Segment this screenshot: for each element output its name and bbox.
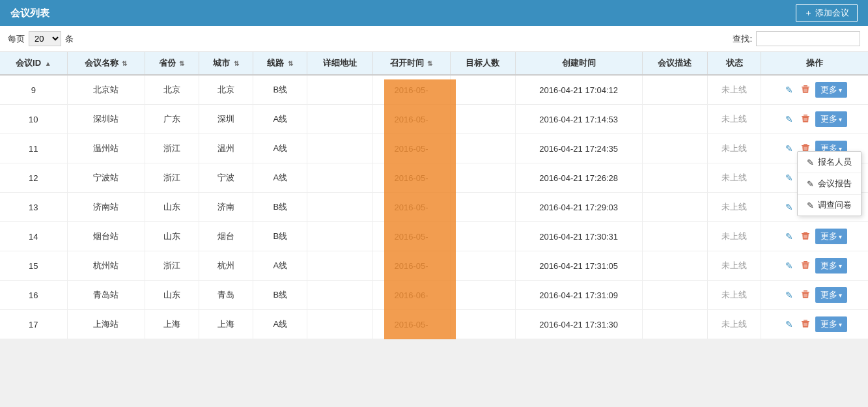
- cell-id: 15: [0, 251, 67, 281]
- svg-rect-0: [802, 87, 809, 87]
- table-row: 9北京站北京北京B线2016-05-2016-04-21 17:04:12未上线…: [0, 75, 868, 105]
- delete-button[interactable]: [798, 83, 813, 97]
- cell-target: [450, 281, 515, 310]
- delete-button[interactable]: [798, 288, 813, 302]
- cell-target: [450, 310, 515, 339]
- page-title: 会议列表: [10, 7, 49, 20]
- cell-id: 10: [0, 105, 67, 134]
- cell-action: ✎ 更多 ▾: [761, 310, 868, 339]
- cell-name: 上海站: [67, 310, 145, 339]
- cell-status: 未上线: [707, 105, 761, 134]
- edit-button[interactable]: ✎: [783, 142, 796, 155]
- cell-status: 未上线: [707, 251, 761, 281]
- cell-target: [450, 163, 515, 193]
- more-button[interactable]: 更多 ▾: [815, 111, 847, 127]
- col-line[interactable]: 线路 ⇅: [253, 52, 307, 75]
- cell-name: 北京站: [67, 75, 145, 105]
- status-badge: 未上线: [721, 143, 747, 153]
- col-target: 目标人数: [450, 52, 515, 75]
- cell-open_time: 2016-05-: [372, 75, 450, 105]
- cell-description: [642, 75, 707, 105]
- cell-action: ✎ 更多 ▾: [761, 105, 868, 134]
- cell-create_time: 2016-04-21 17:26:28: [515, 163, 642, 193]
- more-button[interactable]: 更多 ▾: [815, 229, 847, 244]
- add-meeting-button[interactable]: ＋ 添加会议: [796, 4, 858, 22]
- more-button[interactable]: 更多 ▾: [815, 258, 847, 274]
- cell-address: [307, 134, 372, 163]
- svg-rect-6: [804, 115, 807, 116]
- cell-city: 深圳: [199, 105, 253, 134]
- cell-description: [642, 193, 707, 222]
- edit-button[interactable]: ✎: [783, 288, 796, 302]
- cell-open_time: 2016-05-: [372, 134, 450, 163]
- dropdown-item-register[interactable]: ✎ 报名人员: [798, 152, 861, 173]
- edit-button[interactable]: ✎: [783, 113, 796, 126]
- chevron-down-icon: ▾: [839, 116, 842, 123]
- cell-target: [450, 75, 515, 105]
- cell-address: [307, 251, 372, 281]
- cell-id: 17: [0, 310, 67, 339]
- delete-button[interactable]: [798, 113, 813, 126]
- cell-city: 宁波: [199, 163, 253, 193]
- more-button[interactable]: 更多 ▾: [815, 316, 847, 332]
- chevron-down-icon: ▾: [839, 87, 842, 94]
- delete-button[interactable]: [798, 318, 813, 331]
- col-city[interactable]: 城市 ⇅: [199, 52, 253, 75]
- more-dropdown-menu: ✎ 报名人员 ✎ 会议报告 ✎ 调查问卷: [797, 151, 861, 216]
- cell-line: A线: [253, 251, 307, 281]
- edit-button[interactable]: ✎: [783, 230, 796, 243]
- cell-city: 青岛: [199, 281, 253, 310]
- cell-province: 浙江: [145, 163, 199, 193]
- cell-description: [642, 281, 707, 310]
- cell-name: 温州站: [67, 134, 145, 163]
- edit-button[interactable]: ✎: [783, 259, 796, 272]
- cell-address: [307, 163, 372, 193]
- search-input[interactable]: [756, 31, 860, 46]
- cell-description: [642, 222, 707, 251]
- edit-button[interactable]: ✎: [783, 318, 796, 331]
- more-button[interactable]: 更多 ▾: [815, 82, 847, 98]
- col-id[interactable]: 会议ID ▲: [0, 52, 67, 75]
- col-create-time: 创建时间: [515, 52, 642, 75]
- edit-button[interactable]: ✎: [783, 201, 796, 214]
- cell-status: 未上线: [707, 281, 761, 310]
- chevron-down-icon: ▾: [839, 233, 842, 240]
- delete-button[interactable]: [798, 259, 813, 273]
- cell-description: [642, 251, 707, 281]
- dropdown-item-survey[interactable]: ✎ 调查问卷: [798, 194, 861, 216]
- cell-province: 山东: [145, 193, 199, 222]
- cell-province: 山东: [145, 222, 199, 251]
- cell-address: [307, 105, 372, 134]
- edit-button[interactable]: ✎: [783, 171, 796, 184]
- cell-target: [450, 222, 515, 251]
- table-row: 15杭州站浙江杭州A线2016-05-2016-04-21 17:31:05未上…: [0, 251, 868, 281]
- status-badge: 未上线: [721, 173, 747, 182]
- cell-create_time: 2016-04-21 17:30:31: [515, 222, 642, 251]
- svg-rect-1: [804, 85, 807, 87]
- more-label: 更多: [820, 231, 837, 242]
- col-province[interactable]: 省份 ⇅: [145, 52, 199, 75]
- col-open-time[interactable]: 召开时间 ⇅: [372, 52, 450, 75]
- cell-create_time: 2016-04-21 17:04:12: [515, 75, 642, 105]
- dropdown-item-report[interactable]: ✎ 会议报告: [798, 173, 861, 194]
- cell-address: [307, 193, 372, 222]
- cell-province: 浙江: [145, 134, 199, 163]
- cell-description: [642, 310, 707, 339]
- svg-rect-5: [802, 116, 809, 117]
- cell-create_time: 2016-04-21 17:31:30: [515, 310, 642, 339]
- svg-rect-30: [802, 262, 809, 263]
- cell-id: 9: [0, 75, 67, 105]
- cell-name: 烟台站: [67, 222, 145, 251]
- cell-id: 13: [0, 193, 67, 222]
- chevron-down-icon: ▾: [839, 321, 842, 328]
- cell-description: [642, 105, 707, 134]
- cell-province: 上海: [145, 310, 199, 339]
- cell-city: 济南: [199, 193, 253, 222]
- trash-icon: [801, 290, 810, 299]
- delete-button[interactable]: [798, 230, 813, 244]
- edit-button[interactable]: ✎: [783, 83, 796, 96]
- cell-line: A线: [253, 105, 307, 134]
- per-page-select[interactable]: 20 50 100: [29, 31, 61, 46]
- more-button[interactable]: 更多 ▾: [815, 287, 847, 303]
- col-name[interactable]: 会议名称 ⇅: [67, 52, 145, 75]
